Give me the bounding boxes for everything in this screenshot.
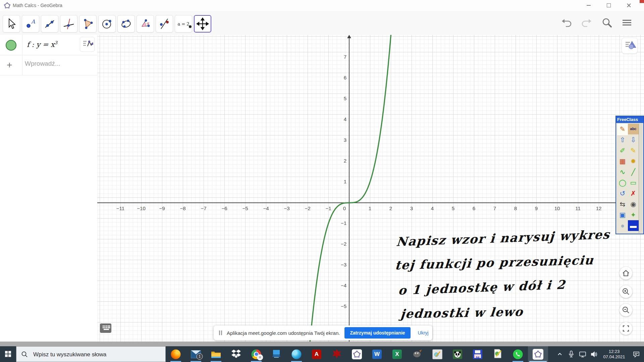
taskbar-acrobat[interactable]: A [307,346,327,362]
taskbar-red-app[interactable] [327,346,347,362]
screen-share-icon[interactable] [577,346,588,362]
clock-time: 12:23 [600,349,629,354]
minimize-tool-icon[interactable]: ▬ [628,220,639,231]
taskbar-word[interactable]: W [367,346,387,362]
add-expression-icon[interactable]: + [7,60,12,70]
page-down-icon[interactable]: ⇩ [628,134,639,145]
search-input[interactable] [33,347,161,362]
mail-icon: 1 [191,350,201,358]
stop-sharing-button[interactable]: Zatrzymaj udostępnianie [344,327,410,339]
rectangle-icon[interactable]: ▭ [628,177,639,188]
ellipse-tool[interactable] [117,15,135,33]
excel-icon: X [392,350,402,359]
action-center-icon[interactable] [629,346,644,362]
taskbar-dropbox[interactable] [226,346,246,362]
close-button[interactable] [621,0,637,11]
algebra-style-button[interactable] [80,37,95,52]
home-button[interactable] [620,267,632,280]
ellipse-icon[interactable]: ◯ [617,177,628,188]
taskbar-mail[interactable]: 1 [186,346,206,362]
pencil-icon[interactable]: ✎ [628,145,639,156]
start-button[interactable] [0,346,16,362]
reflection-tool[interactable] [156,15,173,33]
taskbar: 1 [0,346,644,362]
toolbar: A [0,11,644,35]
spotlight-icon[interactable]: ✦ [628,209,639,220]
undo-button[interactable] [558,16,573,31]
highlighter-icon[interactable]: ✐ [617,145,628,156]
circle-tool[interactable] [98,15,116,33]
line-tool[interactable] [41,15,58,33]
undo-icon[interactable]: ↺ [617,188,628,199]
system-tray: 12:23 07.04.2021 [554,346,644,362]
taskbar-panda-player[interactable] [447,346,468,362]
minimize-button[interactable] [581,0,596,11]
tray-chevron-icon[interactable] [554,346,566,362]
color-grid-icon[interactable]: ▦ [617,156,628,167]
svg-text:A: A [31,18,35,25]
polygon-tool[interactable] [79,15,97,33]
taskbar-geogebra-active[interactable] [528,346,548,362]
taskbar-whatsapp[interactable] [508,346,528,362]
taskbar-edge[interactable] [286,346,307,362]
angle-tool[interactable]: α [137,15,154,33]
page-up-icon[interactable]: ⇧ [617,134,628,145]
slider-tool[interactable]: a = 2 [175,15,192,33]
graphics-view[interactable]: −11−10−9−8−7−6−5−4−3−2−11234567891011127… [97,35,644,342]
move-graphics-view-tool[interactable] [194,15,211,33]
palette-icon[interactable]: ✹ [628,156,639,167]
point-tool[interactable]: A [22,15,39,33]
taskbar-excel[interactable]: X [387,346,407,362]
function-visibility-toggle[interactable] [6,40,16,51]
screen-share-banner: Aplikacja meet.google.com udostępnia Twó… [214,325,432,340]
paint-tool-icon [432,349,442,359]
whatsapp-icon [513,349,523,359]
function-curve [97,35,644,342]
hide-banner-link[interactable]: Ukryj [416,330,431,336]
background-window-fragment [640,0,644,3]
zoom-out-button[interactable] [620,304,632,316]
line-icon[interactable]: ╱ [628,167,639,177]
taskbar-chrome[interactable]: H [246,346,266,362]
taskbar-firefox[interactable] [166,346,186,362]
fullscreen-button[interactable] [620,322,632,335]
taskbar-floppy-tool[interactable]: 64 [468,346,488,362]
floppy-icon: 64 [473,350,482,359]
slider-tool-label: a = 2 [177,21,190,26]
menu-button[interactable] [619,16,634,31]
maximize-button[interactable] [601,0,616,11]
taskbar-geogebra[interactable] [347,346,367,362]
algebra-input[interactable] [24,60,93,68]
freeclass-title[interactable]: FreeClass [616,116,643,123]
whiteboard-icon[interactable]: ▣ [617,209,628,220]
taskbar-gimp[interactable] [407,346,427,362]
geogebra-active-icon [533,349,543,360]
curve-icon[interactable]: ∿ [617,167,628,177]
scramble-icon[interactable]: ⇆ [617,199,628,209]
taskbar-paint-tool[interactable] [427,346,447,362]
search-button[interactable] [599,16,613,31]
file-explorer-icon [211,350,221,358]
mouse-icon[interactable]: ● [617,220,628,231]
taskbar-pc[interactable] [266,346,286,362]
taskbar-file-explorer[interactable] [206,346,226,362]
titlebar: Math Calcs - GeoGebra [0,0,644,11]
move-tool[interactable] [3,15,20,33]
speaker-icon[interactable] [588,346,600,362]
board-abc-icon[interactable]: abc [628,124,639,134]
pen-icon[interactable]: ✎ [617,124,628,134]
microphone-icon[interactable] [566,346,577,362]
delete-icon[interactable]: ✗ [628,188,639,199]
perpendicular-line-tool[interactable] [60,15,77,33]
virtual-keyboard-button[interactable] [100,323,111,333]
taskbar-search[interactable] [16,346,166,362]
redo-button[interactable] [579,16,593,31]
camera-icon[interactable]: ◉ [628,199,639,209]
graphics-settings-button[interactable] [622,38,638,54]
clock[interactable]: 12:23 07.04.2021 [600,349,629,360]
green-notes-icon [493,349,502,360]
taskbar-green-notes[interactable] [488,346,508,362]
zoom-in-button[interactable] [620,285,632,298]
function-expression: f : y = x3 [27,40,57,49]
freeclass-panel[interactable]: FreeClass ✎abc⇧⇩✐✎▦✹∿╱◯▭↺✗⇆◉▣✦●▬ [615,116,644,234]
